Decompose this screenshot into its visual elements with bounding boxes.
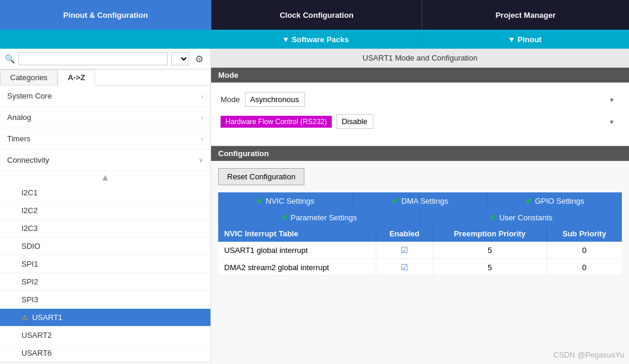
sidebar-item-spi3[interactable]: SPI3: [0, 291, 210, 309]
subnav-pinout[interactable]: ▼ Pinout: [420, 30, 629, 49]
table-row: USART1 global interrupt ☑ 5 0: [218, 242, 622, 259]
mode-row: Mode Asynchronous: [221, 92, 619, 107]
sidebar-item-usart2[interactable]: USART2: [0, 327, 210, 344]
sidebar-item-connectivity[interactable]: Connectivity ∨: [0, 150, 210, 171]
sidebar-item-spi2[interactable]: SPI2: [0, 273, 210, 291]
interrupt-name-1: DMA2 stream2 global interrupt: [218, 259, 376, 276]
sidebar-item-system-core[interactable]: System Core ›: [0, 86, 210, 107]
sidebar-item-i2c3[interactable]: I2C3: [0, 220, 210, 238]
config-tabs-row2: ✔ Parameter Settings ✔ User Constants: [218, 209, 622, 226]
sidebar-item-i2c2[interactable]: I2C2: [0, 202, 210, 220]
mode-select[interactable]: Asynchronous: [245, 92, 305, 107]
mode-select-wrap: Asynchronous: [245, 92, 619, 107]
checkbox-checked-icon: ☑: [401, 245, 408, 255]
connectivity-section: Connectivity ∨ ▲ I2C1 I2C2 I2C3: [0, 150, 210, 363]
warning-icon: ⚠: [21, 313, 29, 322]
col-preemption: Preemption Priority: [433, 226, 546, 242]
tab-parameter-settings[interactable]: ✔ Parameter Settings: [218, 209, 420, 226]
content-area: USART1 Mode and Configuration Mode Mode …: [211, 49, 629, 364]
sidebar-tab-bar: Categories A->Z: [0, 69, 210, 86]
sidebar-search-bar: 🔍 ⚙: [0, 49, 210, 69]
tab-gpio-settings[interactable]: ✔ GPIO Settings: [488, 192, 622, 209]
check-icon: ✔: [256, 196, 263, 205]
check-icon: ✔: [490, 213, 497, 222]
nav-pinout[interactable]: Pinout & Configuration: [0, 0, 211, 30]
preemption-1: 5: [433, 259, 546, 276]
table-row: DMA2 stream2 global interrupt ☑ 5 0: [218, 259, 622, 276]
subnav-software-packs[interactable]: ▼ Software Packs: [211, 30, 420, 49]
config-section: Reset Configuration ✔ NVIC Settings ✔ DM…: [211, 161, 629, 283]
sidebar-item-sdio[interactable]: SDIO: [0, 238, 210, 255]
mode-label: Mode: [221, 95, 240, 104]
watermark: CSDN @PegasusYu: [553, 350, 624, 359]
hw-flow-row: Hardware Flow Control (RS232) Disable: [221, 114, 619, 129]
chevron-right-icon: ›: [201, 114, 203, 121]
sidebar-item-analog[interactable]: Analog ›: [0, 107, 210, 128]
col-nvic-interrupt: NVIC Interrupt Table: [218, 226, 376, 242]
tab-dma-settings[interactable]: ✔ DMA Settings: [353, 192, 488, 209]
sub-priority-0: 0: [546, 242, 622, 259]
sub-priority-1: 0: [546, 259, 622, 276]
gear-icon[interactable]: ⚙: [193, 52, 206, 65]
sidebar-item-timers[interactable]: Timers ›: [0, 128, 210, 150]
interrupt-name-0: USART1 global interrupt: [218, 242, 376, 259]
checkbox-checked-icon: ☑: [401, 262, 408, 272]
reset-config-button[interactable]: Reset Configuration: [218, 168, 304, 185]
hw-flow-label: Hardware Flow Control (RS232): [221, 116, 332, 128]
enabled-checkbox-1[interactable]: ☑: [376, 259, 433, 276]
tab-nvic-settings[interactable]: ✔ NVIC Settings: [218, 192, 353, 209]
enabled-checkbox-0[interactable]: ☑: [376, 242, 433, 259]
chevron-right-icon: ›: [201, 93, 203, 100]
preemption-0: 5: [433, 242, 546, 259]
hw-flow-select[interactable]: Disable: [336, 114, 373, 129]
check-icon: ✔: [526, 196, 533, 205]
chevron-right-icon: ›: [201, 135, 203, 143]
tab-az[interactable]: A->Z: [58, 69, 95, 86]
check-icon: ✔: [392, 196, 399, 205]
config-section-header: Configuration: [211, 146, 629, 161]
sidebar-list: System Core › Analog › Timers › Connecti…: [0, 86, 210, 364]
nvic-table: NVIC Interrupt Table Enabled Preemption …: [218, 226, 622, 276]
sidebar: 🔍 ⚙ Categories A->Z System Core ›: [0, 49, 211, 364]
content-title: USART1 Mode and Configuration: [211, 49, 629, 68]
col-enabled: Enabled: [376, 226, 433, 242]
sidebar-item-usart6[interactable]: USART6: [0, 344, 210, 362]
search-select-dropdown[interactable]: [171, 52, 189, 65]
chevron-down-icon: ∨: [199, 156, 203, 164]
nav-clock[interactable]: Clock Configuration: [211, 0, 422, 30]
sidebar-item-usart1[interactable]: ⚠ USART1: [0, 309, 210, 327]
tab-categories[interactable]: Categories: [0, 69, 58, 86]
check-icon: ✔: [281, 213, 288, 222]
col-sub-priority: Sub Priority: [546, 226, 622, 242]
tab-user-constants[interactable]: ✔ User Constants: [420, 209, 622, 226]
hw-flow-select-wrap: Disable: [336, 114, 619, 129]
search-input[interactable]: [18, 52, 168, 65]
config-tabs-row1: ✔ NVIC Settings ✔ DMA Settings ✔ GPIO Se…: [218, 192, 622, 209]
mode-section: Mode Asynchronous Hardware Flow Control …: [211, 83, 629, 146]
nav-project[interactable]: Project Manager: [422, 0, 629, 30]
search-icon: 🔍: [5, 54, 15, 64]
sidebar-item-spi1[interactable]: SPI1: [0, 255, 210, 273]
mode-section-header: Mode: [211, 68, 629, 83]
sidebar-item-i2c1[interactable]: I2C1: [0, 184, 210, 202]
